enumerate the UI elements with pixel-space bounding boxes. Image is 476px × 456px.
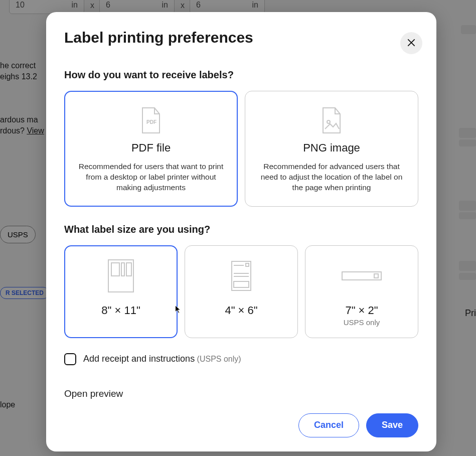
size-options-row: 8" × 11" 4" × 6" [64,245,418,338]
receipt-checkbox-row: Add receipt and instructions (USPS only) [64,353,418,365]
format-pdf-desc: Recommended for users that want to print… [74,162,228,193]
format-option-png[interactable]: PNG image Recommended for advanced users… [245,91,418,207]
size-option-8x11[interactable]: 8" × 11" [64,245,178,338]
svg-point-1 [327,120,330,123]
sheet-8x11-icon [70,255,172,297]
cancel-button[interactable]: Cancel [298,413,359,437]
save-button[interactable]: Save [366,413,418,437]
format-options-row: PDF PDF file Recommended for users that … [64,91,418,207]
svg-rect-8 [246,263,249,266]
size-7x2-sub: USPS only [310,318,413,327]
format-pdf-title: PDF file [74,141,228,155]
size-4x6-label: 4" × 6" [190,304,292,317]
receipt-checkbox-label: Add receipt and instructions [83,354,195,364]
question-format: How do you want to receive labels? [64,69,418,81]
format-png-title: PNG image [254,141,409,155]
svg-rect-13 [374,274,378,278]
sheet-4x6-icon [190,255,292,297]
receipt-checkbox[interactable] [64,353,76,365]
svg-rect-3 [111,263,119,276]
svg-text:PDF: PDF [146,119,156,125]
svg-rect-12 [342,272,381,280]
size-option-7x2[interactable]: 7" × 2" USPS only [305,245,418,338]
label-preferences-modal: Label printing preferences How do you wa… [46,12,436,451]
svg-rect-4 [121,263,124,276]
png-image-icon [254,103,409,138]
sheet-7x2-icon [310,255,413,297]
svg-rect-11 [234,281,249,287]
modal-title: Label printing preferences [64,29,418,46]
svg-rect-5 [126,263,131,276]
format-option-pdf[interactable]: PDF PDF file Recommended for users that … [64,91,238,207]
size-7x2-label: 7" × 2" [310,304,413,317]
size-option-4x6[interactable]: 4" × 6" [185,245,298,338]
close-button[interactable] [400,32,422,54]
modal-button-row: Cancel Save [64,413,418,437]
format-png-desc: Recommended for advanced users that need… [254,162,409,193]
close-icon [406,38,416,49]
pdf-file-icon: PDF [74,103,228,138]
receipt-checkbox-hint: (USPS only) [197,355,241,363]
size-8x11-label: 8" × 11" [70,304,172,317]
question-size: What label size are you using? [64,224,418,235]
open-preview-link[interactable]: Open preview [64,388,418,399]
